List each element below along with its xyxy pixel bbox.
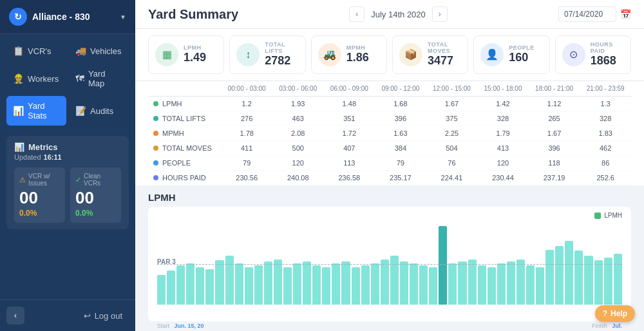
logout-icon: ↩ bbox=[84, 311, 91, 321]
table-cell: 1.83 bbox=[580, 126, 631, 141]
table-cell: 407 bbox=[324, 141, 375, 156]
table-cell: 411 bbox=[221, 141, 272, 156]
table-row: MPMH1.782.081.721.632.251.791.671.83 bbox=[148, 126, 631, 141]
metrics-label: Metrics bbox=[28, 142, 58, 152]
chart-bar bbox=[429, 267, 437, 305]
chart-bar bbox=[468, 260, 477, 305]
help-icon: ? bbox=[603, 309, 607, 318]
table-cell: 86 bbox=[580, 156, 631, 171]
chart-bar bbox=[584, 256, 592, 305]
par-line bbox=[157, 264, 622, 265]
sidebar-item-audits[interactable]: 📝 Audits bbox=[69, 96, 129, 126]
table-cell: 224.41 bbox=[426, 171, 478, 185]
row-dot bbox=[153, 116, 158, 121]
workers-icon: 👷 bbox=[13, 73, 24, 84]
sidebar-item-vehicles[interactable]: 🚚 Vehicles bbox=[69, 41, 129, 61]
sidebar-collapse-button[interactable]: ‹ bbox=[6, 307, 24, 325]
chart-bar bbox=[157, 275, 166, 305]
table-cell: 2.08 bbox=[272, 126, 324, 141]
table-cell: 265 bbox=[529, 111, 580, 126]
calendar-icon[interactable]: 📅 bbox=[620, 9, 631, 19]
chart-bar bbox=[507, 261, 515, 305]
total-moves-value: 3477 bbox=[428, 54, 461, 68]
sidebar-item-label: VCR's bbox=[28, 46, 51, 56]
sidebar-item-vcrs[interactable]: 📋 VCR's bbox=[6, 41, 66, 61]
table-row: HOURS PAID230.56240.08236.58235.17224.41… bbox=[148, 171, 631, 185]
help-label: Help bbox=[611, 309, 627, 318]
table-cell: 1.2 bbox=[221, 96, 272, 111]
sidebar-item-yard-stats[interactable]: 📊 Yard Stats bbox=[6, 96, 66, 126]
metrics-grid: ⚠ VCR w/ Issues 00 0.0% ✓ Clean VCRs 00 … bbox=[14, 167, 121, 223]
help-button[interactable]: ? Help bbox=[595, 305, 635, 322]
chart-bar bbox=[274, 260, 282, 305]
row-label: TOTAL LIFTS bbox=[162, 115, 205, 122]
total-lifts-icon: ↕ bbox=[236, 43, 260, 66]
chart-bar bbox=[419, 265, 428, 305]
chart-legend: LPMH bbox=[594, 212, 622, 219]
chart-bar bbox=[497, 263, 506, 305]
hours-paid-label: HOURS PAID bbox=[591, 41, 624, 54]
vcr-issues-pct: 0.0% bbox=[19, 209, 60, 218]
data-table: 00:00 - 03:00 03:00 - 06:00 06:00 - 09:0… bbox=[148, 81, 631, 186]
sidebar-title: Alliance - 830 bbox=[32, 12, 115, 22]
prev-date-button[interactable]: ‹ bbox=[349, 6, 365, 22]
total-lifts-value: 2782 bbox=[265, 54, 298, 68]
row-dot bbox=[153, 146, 158, 151]
vehicles-icon: 🚚 bbox=[75, 46, 86, 56]
table-cell: 1.72 bbox=[324, 126, 375, 141]
chart-bar bbox=[167, 270, 175, 305]
metrics-icon: 📊 bbox=[14, 142, 24, 152]
chart-bar bbox=[303, 261, 311, 305]
table-cell: 504 bbox=[426, 141, 478, 156]
logout-button[interactable]: ↩ Log out bbox=[77, 307, 129, 325]
table-cell: 1.12 bbox=[529, 96, 580, 111]
chart-bar bbox=[381, 260, 389, 305]
chart-bar bbox=[594, 260, 603, 305]
table-cell: 328 bbox=[580, 111, 631, 126]
yard-stats-icon: 📊 bbox=[13, 106, 24, 116]
chart-bar bbox=[488, 267, 496, 305]
col-header-2: 06:00 - 09:00 bbox=[324, 81, 375, 97]
chart-bar bbox=[264, 261, 272, 305]
table-cell: 252.6 bbox=[580, 171, 631, 185]
next-date-button[interactable]: › bbox=[432, 6, 448, 22]
table-cell: 375 bbox=[426, 111, 478, 126]
chart-bar bbox=[545, 250, 554, 305]
col-header-4: 12:00 - 15:00 bbox=[426, 81, 478, 97]
clean-vcrs-box: ✓ Clean VCRs 00 0.0% bbox=[70, 167, 121, 223]
warn-icon: ⚠ bbox=[19, 176, 26, 184]
table-cell: 1.79 bbox=[477, 126, 529, 141]
chart-bar bbox=[371, 263, 379, 305]
table-cell: 1.67 bbox=[426, 96, 478, 111]
date-input[interactable] bbox=[558, 6, 616, 22]
people-label: PEOPLE bbox=[509, 44, 535, 51]
chart-bar bbox=[283, 267, 292, 305]
main-content: Yard Summary ‹ July 14th 2020 › 📅 ▦ LPMH… bbox=[135, 0, 644, 331]
row-label: HOURS PAID bbox=[162, 174, 206, 182]
vcr-issues-box: ⚠ VCR w/ Issues 00 0.0% bbox=[14, 167, 65, 223]
chart-bar bbox=[448, 263, 457, 305]
row-dot bbox=[153, 131, 158, 136]
vcr-issues-value: 00 bbox=[19, 189, 60, 206]
table-cell: 240.08 bbox=[272, 171, 324, 185]
chart-area: LPMH LPMH PAR 3 Start Jun. 15, 20 Finish… bbox=[135, 185, 644, 331]
sidebar-header[interactable]: ↻ Alliance - 830 ▼ bbox=[0, 0, 135, 34]
lpmh-value: 1.49 bbox=[184, 51, 206, 65]
sidebar-item-workers[interactable]: 👷 Workers bbox=[6, 64, 66, 93]
total-moves-label: TOTAL MOVES bbox=[428, 41, 461, 54]
chart-bar bbox=[361, 265, 370, 305]
total-lifts-card: ↕ TOTAL LIFTS 2782 bbox=[229, 35, 305, 74]
metrics-panel: 📊 Metrics Updated 16:11 ⚠ VCR w/ Issues … bbox=[6, 136, 129, 229]
vcr-issues-label: ⚠ VCR w/ Issues bbox=[19, 173, 60, 187]
chart-bar bbox=[439, 226, 447, 305]
people-value: 160 bbox=[509, 51, 535, 65]
col-header-1: 03:00 - 06:00 bbox=[272, 81, 324, 97]
legend-label: LPMH bbox=[604, 212, 622, 219]
lpmh-label: LPMH bbox=[184, 44, 206, 51]
chart-bar bbox=[555, 246, 564, 305]
table-cell: 1.48 bbox=[324, 96, 375, 111]
table-cell: 79 bbox=[221, 156, 272, 171]
hours-paid-value: 1868 bbox=[591, 54, 624, 68]
data-table-container: 00:00 - 03:00 03:00 - 06:00 06:00 - 09:0… bbox=[135, 81, 644, 186]
sidebar-item-yard-map[interactable]: 🗺 Yard Map bbox=[69, 64, 129, 93]
